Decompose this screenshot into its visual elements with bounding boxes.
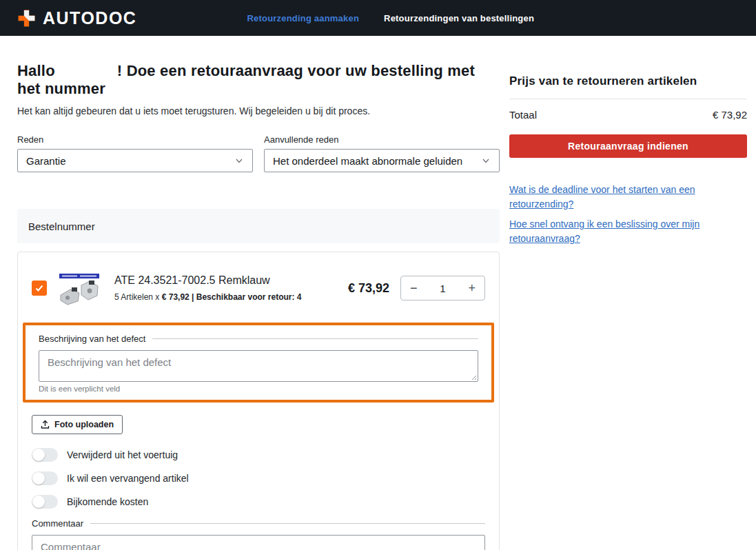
photo-upload-button[interactable]: Foto uploaden [32,415,123,434]
sub-reason-selected-value: Het onderdeel maakt abnormale geluiden [273,155,462,167]
chevron-down-icon [481,156,491,165]
header-nav: Retourzending aanmaken Retourzendingen v… [247,13,534,23]
return-item-card: ATE 24.3521-7002.5 Remklauw 5 Artikelen … [17,252,500,550]
order-number-label: Bestelnummer [28,221,95,232]
defect-description-textarea[interactable] [39,350,478,382]
total-label: Totaal [509,109,537,121]
product-image [55,269,103,307]
sub-reason-select[interactable]: Het onderdeel maakt abnormale geluiden [264,149,500,172]
meta-available-for-return: Beschikbaar voor retour: 4 [196,292,302,302]
brand-name: AUTODOC [43,8,136,28]
title-rest-text: ! Doe een retouraanvraag voor uw bestell… [17,62,475,97]
product-price: € 73,92 [348,281,389,296]
submit-return-request-button[interactable]: Retouraanvraag indienen [509,134,747,158]
summary-divider [509,99,747,99]
nav-retourzendingen-van-bestellingen[interactable]: Retourzendingen van bestellingen [384,13,534,23]
page-title: Hallo! Doe een retouraanvraag voor uw be… [17,62,500,98]
upload-icon [41,420,50,429]
quantity-decrease-button[interactable]: − [410,282,418,294]
additional-costs-toggle[interactable] [32,495,58,509]
total-value: € 73,92 [713,109,747,121]
autodoc-plus-icon [17,9,36,28]
comment-section: Commentaar [32,518,485,550]
faq-links: Wat is de deadline voor het starten van … [509,183,747,246]
fieldset-divider-line [90,523,485,524]
product-row: ATE 24.3521-7002.5 Remklauw 5 Artikelen … [32,269,485,307]
toggle-row-replacement-article: Ik wil een vervangend artikel [32,471,485,485]
chevron-down-icon [234,156,244,165]
deadline-faq-link[interactable]: Wat is de deadline voor het starten van … [509,183,716,212]
check-icon [34,283,44,293]
page-subtitle: Het kan altijd gebeuren dat u iets moet … [17,105,500,116]
top-header: AUTODOC Retourzending aanmaken Retourzen… [0,0,756,36]
summary-title: Prijs van te retourneren artikelen [509,74,747,88]
decision-faq-link[interactable]: Hoe snel ontvang ik een beslissing over … [509,217,716,246]
comment-textarea[interactable] [32,535,485,550]
product-meta: 5 Artikelen x € 73,92 | Beschikbaar voor… [114,292,348,302]
product-title: ATE 24.3521-7002.5 Remklauw [114,274,348,287]
defect-description-label: Beschrijving van het defect [39,334,145,344]
required-field-hint: Dit is een verplicht veld [39,385,478,393]
toggle-knob [32,496,45,508]
toggle-label: Verwijderd uit het voertuig [67,449,178,460]
reason-select[interactable]: Garantie [17,149,253,172]
toggle-label: Ik wil een vervangend artikel [67,473,189,484]
order-number-header[interactable]: Bestelnummer [17,209,500,243]
quantity-increase-button[interactable]: + [468,282,476,294]
reason-selected-value: Garantie [26,155,66,167]
meta-separator: | [190,292,196,302]
fieldset-divider-line [152,338,478,339]
toggle-row-additional-costs: Bijkomende kosten [32,495,485,509]
comment-label: Commentaar [32,518,83,529]
replacement-article-toggle[interactable] [32,471,58,485]
reason-label: Reden [17,134,253,145]
removed-from-vehicle-toggle[interactable] [32,448,58,462]
meta-qty-text: 5 Artikelen x [114,292,162,302]
options-toggles: Verwijderd uit het voertuig Ik wil een v… [32,448,485,509]
defect-description-highlight-box: Beschrijving van het defect Dit is een v… [23,323,494,403]
nav-retourzending-aanmaken[interactable]: Retourzending aanmaken [247,13,359,23]
toggle-label: Bijkomende kosten [67,496,148,507]
product-checkbox[interactable] [32,281,47,296]
quantity-stepper: − 1 + [400,276,485,301]
greeting-text: Hallo [17,62,55,79]
autodoc-logo[interactable]: AUTODOC [17,8,136,28]
meta-unit-price: € 73,92 [162,292,190,302]
toggle-knob [32,449,45,461]
toggle-row-removed-from-vehicle: Verwijderd uit het voertuig [32,448,485,462]
photo-upload-label: Foto uploaden [54,420,114,429]
sub-reason-label: Aanvullende reden [264,134,500,145]
quantity-value: 1 [440,283,445,294]
toggle-knob [32,472,45,485]
